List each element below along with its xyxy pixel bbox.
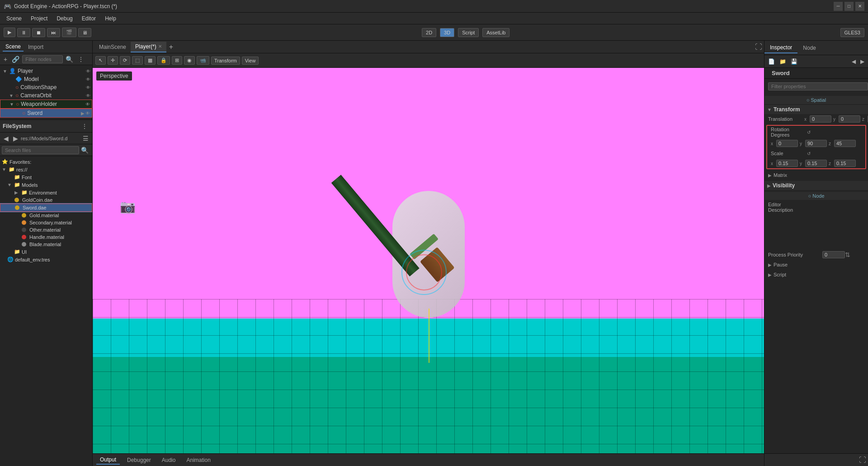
prop-script[interactable]: ▶ Script: [764, 270, 868, 280]
vp-lock-btn[interactable]: 🔒: [157, 56, 170, 65]
play-button[interactable]: ▶: [4, 28, 15, 37]
fs-item-other-mat[interactable]: Other.material: [0, 226, 92, 233]
fs-item-secondary-mat[interactable]: Secondary.material: [0, 219, 92, 226]
prop-matrix[interactable]: ▶ Matrix: [764, 170, 868, 180]
process-priority-input[interactable]: [822, 251, 845, 258]
add-instance-button[interactable]: 🔗: [10, 55, 21, 64]
fs-item-blade-mat[interactable]: Blade.material: [0, 241, 92, 248]
vp-layout-btn[interactable]: ▦: [145, 56, 156, 65]
tab-animation[interactable]: Animation: [183, 456, 214, 464]
menu-help[interactable]: Help: [100, 14, 121, 23]
fs-view-toggle[interactable]: ☰: [81, 134, 90, 143]
inspector-tab-node[interactable]: Node: [797, 43, 821, 53]
node-visibility-player[interactable]: 👁: [86, 69, 90, 74]
scale-reset-btn[interactable]: ↺: [807, 151, 811, 156]
tree-item-player[interactable]: ▼ 👤 Player 👁: [0, 67, 92, 75]
node-visibility-camera[interactable]: 👁: [86, 93, 90, 98]
fs-item-font[interactable]: 📁 Font: [0, 173, 92, 181]
inspector-forward-btn[interactable]: ▶: [859, 57, 866, 66]
vp-scale-btn[interactable]: ⬚: [132, 56, 143, 65]
node-visibility-weapon[interactable]: 👁: [85, 102, 90, 107]
3d-button[interactable]: 3D: [440, 28, 454, 37]
tab-output[interactable]: Output: [96, 456, 120, 465]
vp-move-btn[interactable]: ✛: [108, 56, 118, 65]
maximize-button[interactable]: □: [844, 2, 854, 11]
tab-mainscene[interactable]: MainScene: [94, 42, 131, 52]
prop-pause[interactable]: ▶ Pause: [764, 260, 868, 270]
vp-view-btn[interactable]: View: [242, 57, 259, 65]
inspector-load-btn[interactable]: 📄: [766, 57, 777, 66]
vp-rotate-btn[interactable]: ⟳: [120, 56, 130, 65]
tree-item-sword[interactable]: ○ Sword ▶ 👁: [0, 109, 92, 118]
step-button[interactable]: ⏭: [47, 28, 60, 37]
vp-select-btn[interactable]: ↖: [95, 56, 106, 65]
assetlib-button[interactable]: AssetLib: [482, 28, 509, 37]
minimize-button[interactable]: ─: [834, 2, 843, 11]
translation-y-input[interactable]: [839, 115, 860, 123]
menu-editor[interactable]: Editor: [77, 14, 100, 23]
tree-item-weaponholder[interactable]: ▼ ○ WeaponHolder 👁: [0, 100, 92, 109]
viewport-fullscreen-button[interactable]: ⛶: [755, 43, 762, 51]
fs-search-input[interactable]: [2, 146, 79, 154]
fs-item-environment[interactable]: ▶ 📁 Environment: [0, 189, 92, 196]
node-visibility-collision[interactable]: 👁: [86, 85, 90, 90]
script-button[interactable]: Script: [458, 28, 479, 37]
fs-forward-button[interactable]: ▶: [11, 134, 20, 143]
tab-import[interactable]: Import: [25, 43, 46, 51]
add-node-button[interactable]: +: [2, 55, 9, 64]
fs-item-res[interactable]: ▼ 📁 res://: [0, 166, 92, 173]
translation-x-input[interactable]: [810, 115, 831, 123]
vp-snap-btn[interactable]: ◉: [184, 56, 195, 65]
fs-item-sword-dae[interactable]: Sword.dae: [0, 204, 92, 212]
vp-grid-btn[interactable]: ⊞: [172, 56, 182, 65]
remote-button[interactable]: 🖥: [78, 28, 91, 37]
fs-item-handle-mat[interactable]: Handle.material: [0, 233, 92, 241]
scale-z-input[interactable]: [834, 160, 856, 167]
scale-y-input[interactable]: [805, 160, 827, 167]
rotation-z-input[interactable]: [834, 140, 856, 147]
fs-search-btn[interactable]: 🔍: [79, 146, 90, 155]
section-header-visibility[interactable]: ▶ Visibility: [764, 181, 868, 190]
tree-item-collisionshape[interactable]: ○ CollisionShape 👁: [0, 83, 92, 91]
node-visibility-model[interactable]: 👁: [86, 77, 90, 82]
filter-nodes-input[interactable]: [22, 55, 63, 63]
gles-button[interactable]: GLES3: [840, 28, 864, 37]
search-button[interactable]: 🔍: [64, 55, 75, 64]
rotation-y-input[interactable]: [805, 140, 827, 147]
section-header-transform[interactable]: ▼ Transform: [764, 105, 868, 114]
scale-x-input[interactable]: [776, 160, 798, 167]
fs-item-ui[interactable]: 📁 UI: [0, 248, 92, 256]
menu-scene[interactable]: Scene: [2, 14, 26, 23]
fs-options-button[interactable]: ⋮: [80, 122, 90, 131]
tab-audio[interactable]: Audio: [158, 456, 179, 464]
stop-button[interactable]: ⏹: [32, 28, 45, 37]
vp-camera-btn[interactable]: 📹: [197, 56, 209, 65]
menu-project[interactable]: Project: [26, 14, 52, 23]
sword-anim-btn[interactable]: ▶: [81, 111, 85, 116]
menu-debug[interactable]: Debug: [52, 14, 77, 23]
scene-options-button[interactable]: ⋮: [76, 55, 86, 64]
rotation-x-input[interactable]: [776, 140, 798, 147]
tree-item-model[interactable]: 🔷 Model 👁: [0, 75, 92, 83]
vp-transform-btn[interactable]: Transform: [211, 57, 240, 65]
inspector-fullscreen-btn[interactable]: ⛶: [859, 456, 866, 464]
fs-item-default-env[interactable]: 🌐 default_env.tres: [0, 256, 92, 263]
inspector-back-btn[interactable]: ◀: [850, 57, 858, 66]
inspector-save-btn[interactable]: 💾: [789, 57, 799, 66]
process-priority-stepper[interactable]: ⇅: [845, 251, 850, 258]
tab-debugger[interactable]: Debugger: [123, 456, 155, 464]
close-button[interactable]: ✕: [855, 2, 864, 11]
tab-player-close[interactable]: ✕: [158, 44, 162, 49]
inspector-open-btn[interactable]: 📁: [778, 57, 788, 66]
inspector-tab-inspector[interactable]: Inspector: [764, 43, 797, 53]
fs-item-gold-mat[interactable]: Gold.material: [0, 212, 92, 219]
tab-player[interactable]: Player(*) ✕: [131, 42, 166, 52]
fs-back-button[interactable]: ◀: [2, 134, 10, 143]
node-visibility-sword[interactable]: 👁: [85, 111, 90, 116]
fs-item-models[interactable]: ▼ 📁 Models: [0, 181, 92, 189]
tree-item-cameraorbit[interactable]: ▼ ○ CameraOrbit 👁: [0, 91, 92, 100]
rotation-reset-btn[interactable]: ↺: [807, 130, 811, 135]
tab-add-button[interactable]: +: [166, 43, 176, 51]
pause-button[interactable]: ⏸: [17, 28, 30, 37]
movie-button[interactable]: 🎬: [62, 28, 76, 37]
